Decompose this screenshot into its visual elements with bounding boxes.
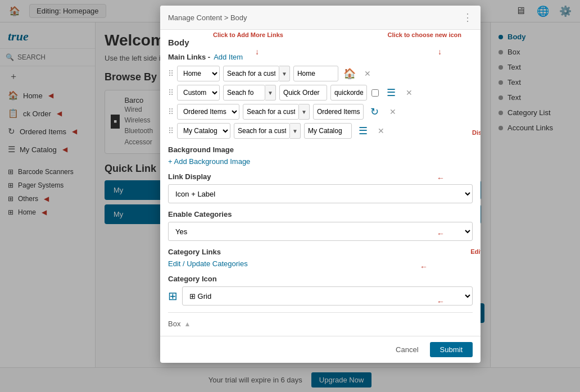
link-search-wrapper-ordered: ▼: [243, 104, 310, 120]
link-search-input-ordered[interactable]: [243, 104, 299, 120]
link-icon-ordered[interactable]: ↻: [367, 104, 383, 120]
enable-categories-section: Enable Categories Hide/Show Category Lin…: [168, 210, 473, 241]
link-label-input-ordered[interactable]: [313, 104, 364, 120]
link-search-arrow-catalog[interactable]: ▼: [290, 123, 301, 139]
link-search-arrow-custom[interactable]: ▼: [265, 85, 276, 101]
link-delete-custom[interactable]: ✕: [402, 86, 416, 99]
link-delete-home[interactable]: ✕: [361, 67, 374, 80]
link-label-input-custom[interactable]: [279, 85, 327, 101]
box-label-text: Box: [168, 320, 180, 328]
add-item-link[interactable]: Add Item: [214, 53, 243, 61]
enable-categories-select[interactable]: Yes No: [168, 222, 473, 241]
link-search-input-catalog[interactable]: [234, 123, 290, 139]
link-search-input-custom[interactable]: [223, 85, 265, 101]
link-type-select-custom[interactable]: Custom Home: [177, 85, 220, 101]
link-slug-input-custom[interactable]: [330, 85, 367, 101]
drag-handle[interactable]: ⠿: [168, 107, 174, 116]
category-icon-section: Category Icon Choose from over 60 icons …: [168, 275, 473, 306]
drag-handle[interactable]: ⠿: [168, 126, 174, 135]
box-section: Box ▲: [168, 320, 473, 328]
annotation-display-text: Display Text Only, Icon Only orboth Icon…: [472, 129, 481, 146]
main-links-label: Main Links -: [168, 53, 210, 61]
category-links-section: Category Links Edit or add custom links …: [168, 248, 473, 268]
link-delete-ordered[interactable]: ✕: [386, 105, 400, 118]
link-label-input-home[interactable]: [293, 66, 338, 81]
link-icon-home[interactable]: 🏠: [342, 66, 357, 81]
link-display-select[interactable]: Icon + Label Icon Only Text Only: [168, 184, 473, 203]
category-icon-select[interactable]: ⊞ Grid: [182, 286, 473, 306]
link-delete-catalog[interactable]: ✕: [374, 124, 388, 138]
link-row-home: ⠿ Home Custom ▼ 🏠 ✕: [168, 66, 473, 81]
link-search-arrow-ordered[interactable]: ▼: [299, 104, 310, 120]
modal-breadcrumb: Manage Content > Body: [168, 13, 247, 22]
category-icon-grid: ⊞: [168, 289, 178, 303]
modal-header: Manage Content > Body ⋮: [160, 6, 481, 30]
manage-content-modal: Manage Content > Body ⋮ Body Click to Ad…: [160, 6, 481, 363]
modal-section-title: Body: [168, 38, 473, 47]
modal-footer: Cancel Submit: [160, 336, 481, 363]
drag-handle[interactable]: ⠿: [168, 88, 174, 97]
submit-button[interactable]: Submit: [430, 342, 473, 357]
drag-handle[interactable]: ⠿: [168, 69, 174, 78]
link-type-select-catalog[interactable]: My Catalog Custom: [177, 123, 230, 139]
modal-body: Body Click to Add More Links ↓ Click to …: [160, 30, 481, 336]
link-search-wrapper-catalog: ▼: [234, 123, 301, 139]
link-type-select-ordered[interactable]: Ordered Items Custom: [177, 104, 239, 120]
link-type-select-home[interactable]: Home Custom: [177, 66, 220, 81]
link-row-ordered-items: ⠿ Ordered Items Custom ▼ ↻ ✕: [168, 104, 473, 120]
category-icon-row: ⊞ ⊞ Grid: [168, 286, 473, 306]
link-search-input-home[interactable]: [223, 66, 279, 81]
category-icon-label: Category Icon: [168, 275, 473, 283]
divider: [168, 312, 473, 313]
cancel-button[interactable]: Cancel: [389, 342, 425, 357]
collapse-icon[interactable]: ▲: [184, 320, 191, 328]
background-image-section: Background Image + Add Background Image …: [168, 145, 473, 166]
link-label-input-catalog[interactable]: [304, 123, 352, 139]
link-row-my-catalog: ⠿ My Catalog Custom ▼ ☰ ✕: [168, 123, 473, 139]
category-links-label: Category Links: [168, 248, 473, 256]
link-icon-catalog[interactable]: ☰: [355, 123, 371, 139]
bg-image-label: Background Image: [168, 145, 473, 154]
link-icon-custom[interactable]: ☰: [383, 85, 399, 101]
edit-update-categories-link[interactable]: Edit / Update Categories: [168, 259, 248, 268]
link-search-wrapper-home: ▼: [223, 66, 290, 81]
link-search-arrow-home[interactable]: ▼: [279, 66, 290, 81]
link-display-label: Link Display: [168, 172, 473, 181]
link-display-section: Link Display Icon + Label Icon Only Text…: [168, 172, 473, 203]
left-arrow-edit: ←: [420, 262, 428, 271]
link-checkbox-custom[interactable]: [371, 89, 379, 97]
link-search-wrapper-custom: ▼: [223, 85, 276, 101]
enable-categories-label: Enable Categories: [168, 210, 473, 218]
modal-dots-menu[interactable]: ⋮: [463, 11, 473, 24]
add-bg-image-link[interactable]: + Add Background Image: [168, 157, 250, 166]
main-links-header: Main Links - Add Item: [168, 53, 473, 61]
link-row-custom: ⠿ Custom Home ▼ ☰ ✕: [168, 85, 473, 101]
